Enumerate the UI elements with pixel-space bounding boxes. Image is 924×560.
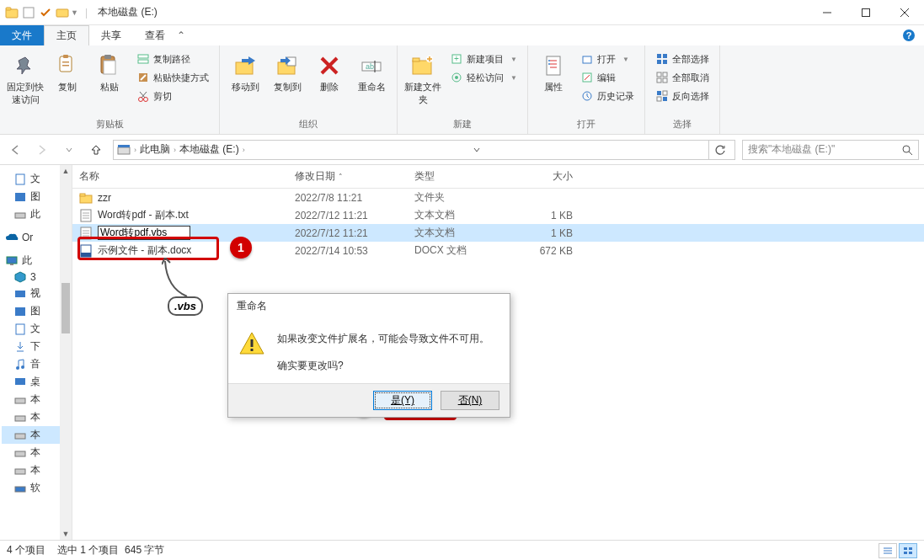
new-item-button[interactable]: +新建项目▼ — [446, 51, 521, 67]
new-folder-button[interactable]: 新建文件夹 — [404, 49, 441, 106]
paste-shortcut-button[interactable]: 粘贴快捷方式 — [133, 69, 212, 86]
svg-rect-80 — [80, 194, 85, 196]
file-row-txt[interactable]: Word转pdf - 副本.txt 2022/7/12 11:21 文本文档 1… — [72, 206, 924, 224]
svg-rect-55 — [657, 97, 661, 101]
scroll-thumb[interactable] — [61, 283, 70, 333]
address-dropdown-icon[interactable] — [467, 141, 486, 159]
svg-rect-52 — [663, 78, 667, 83]
properties-button[interactable]: 属性 — [535, 49, 572, 93]
tab-home[interactable]: 主页 — [44, 25, 89, 45]
folder-app-icon — [5, 6, 19, 19]
svg-rect-32 — [413, 61, 431, 74]
breadcrumb-thispc[interactable]: 此电脑 — [140, 142, 170, 157]
edit-button[interactable]: 编辑 — [577, 69, 638, 86]
scroll-up-icon[interactable]: ▲ — [60, 165, 72, 177]
move-to-icon — [232, 52, 259, 79]
navigation-pane[interactable]: 文 图 此 Or 此 3 视 图 文 下 音 桌 本 本 本 本 本 软 ▲ ▼ — [0, 165, 72, 540]
tab-share[interactable]: 共享 — [89, 25, 133, 45]
maximize-button[interactable] — [847, 0, 885, 25]
address-box[interactable]: › 此电脑 › 本地磁盘 (E:) › — [113, 140, 735, 160]
easy-access-button[interactable]: 轻松访问▼ — [446, 69, 521, 86]
scroll-down-icon[interactable]: ▼ — [60, 528, 72, 540]
svg-rect-51 — [657, 78, 661, 83]
pin-quick-access-button[interactable]: 固定到快速访问 — [7, 49, 44, 106]
up-button[interactable] — [86, 140, 106, 160]
move-to-button[interactable]: 移动到 — [227, 49, 264, 93]
document-icon — [13, 173, 27, 185]
svg-rect-45 — [657, 54, 661, 58]
qat-save-icon[interactable] — [22, 6, 35, 19]
svg-rect-91 — [251, 339, 254, 347]
close-button[interactable] — [885, 0, 924, 25]
open-button[interactable]: 打开▼ — [577, 51, 638, 67]
qat-dropdown-icon[interactable]: ▼ — [71, 8, 78, 17]
drive-icon — [13, 483, 27, 494]
col-size[interactable]: 大小 — [512, 169, 580, 184]
rename-input[interactable] — [98, 226, 190, 240]
drive-icon — [13, 465, 27, 477]
nav-scrollbar[interactable]: ▲ ▼ — [60, 165, 72, 540]
chevron-right-icon[interactable]: › — [174, 146, 176, 154]
drive-icon — [13, 394, 27, 406]
svg-point-59 — [903, 146, 910, 152]
dialog-no-button[interactable]: 否(N) — [441, 391, 499, 410]
col-type[interactable]: 类型 — [408, 169, 512, 184]
svg-rect-13 — [62, 65, 69, 67]
pin-icon — [12, 52, 39, 79]
search-icon[interactable] — [901, 144, 913, 156]
invert-selection-button[interactable]: 反向选择 — [652, 88, 713, 104]
svg-rect-10 — [60, 56, 72, 72]
refresh-button[interactable] — [708, 141, 731, 159]
svg-rect-98 — [904, 552, 907, 554]
view-icons-button[interactable] — [899, 543, 917, 558]
group-open-label: 打开 — [535, 118, 638, 132]
tab-view[interactable]: 查看 — [133, 25, 177, 45]
history-button[interactable]: 历史记录 — [577, 88, 638, 104]
back-button[interactable] — [5, 140, 25, 160]
svg-rect-47 — [657, 60, 661, 64]
minimize-button[interactable] — [808, 0, 847, 25]
cut-button[interactable]: 剪切 — [133, 88, 212, 104]
music-icon — [13, 359, 27, 371]
svg-rect-5 — [863, 8, 870, 16]
list-header[interactable]: 名称 修改日期˄ 类型 大小 — [72, 165, 924, 189]
rename-button[interactable]: ab 重命名 — [353, 49, 390, 93]
tab-file[interactable]: 文件 — [0, 25, 44, 45]
qat-check-icon[interactable] — [39, 6, 52, 19]
ribbon-tabs: 文件 主页 共享 查看 ⌃ ? — [0, 25, 924, 45]
forward-button[interactable] — [32, 140, 52, 160]
breadcrumb-drive[interactable]: 本地磁盘 (E:) — [179, 142, 239, 157]
help-icon[interactable]: ? — [902, 29, 916, 42]
copy-path-button[interactable]: 复制路径 — [133, 51, 212, 67]
svg-rect-73 — [15, 398, 25, 403]
qat-folder-icon[interactable] — [56, 6, 69, 19]
rename-dialog: 重命名 如果改变文件扩展名，可能会导致文件不可用。 确实要更改吗? 是(Y) 否… — [227, 293, 510, 418]
svg-text:ab: ab — [366, 62, 374, 71]
delete-icon — [316, 52, 343, 79]
col-date[interactable]: 修改日期˄ — [288, 169, 408, 184]
svg-rect-61 — [16, 174, 24, 184]
copy-button[interactable]: 复制 — [49, 49, 86, 93]
chevron-right-icon[interactable]: › — [243, 146, 245, 154]
chevron-right-icon[interactable]: › — [134, 146, 136, 154]
file-row-folder[interactable]: zzr 2022/7/8 11:21 文件夹 — [72, 189, 924, 206]
recent-button[interactable] — [59, 140, 79, 160]
col-name[interactable]: 名称 — [72, 169, 288, 184]
select-all-button[interactable]: 全部选择 — [652, 51, 713, 67]
svg-rect-48 — [663, 60, 667, 64]
easy-access-icon — [450, 71, 463, 84]
svg-rect-12 — [62, 61, 69, 63]
file-row-renaming[interactable]: 2022/7/12 11:21 文本文档 1 KB — [72, 224, 924, 242]
properties-icon — [540, 52, 567, 79]
dialog-yes-button[interactable]: 是(Y) — [373, 391, 432, 410]
svg-rect-72 — [15, 378, 25, 385]
select-none-button[interactable]: 全部取消 — [652, 69, 713, 86]
copy-to-button[interactable]: 复制到 — [269, 49, 306, 93]
search-placeholder: 搜索"本地磁盘 (E:)" — [748, 142, 835, 157]
delete-button[interactable]: 删除 — [311, 49, 348, 93]
search-box[interactable]: 搜索"本地磁盘 (E:)" — [742, 140, 919, 160]
file-row-docx[interactable]: 示例文件 - 副本.docx 2022/7/14 10:53 DOCX 文档 6… — [72, 242, 924, 259]
view-details-button[interactable] — [879, 543, 897, 558]
paste-button[interactable]: 粘贴 — [91, 49, 128, 93]
collapse-ribbon-icon[interactable]: ⌃ — [177, 29, 185, 41]
